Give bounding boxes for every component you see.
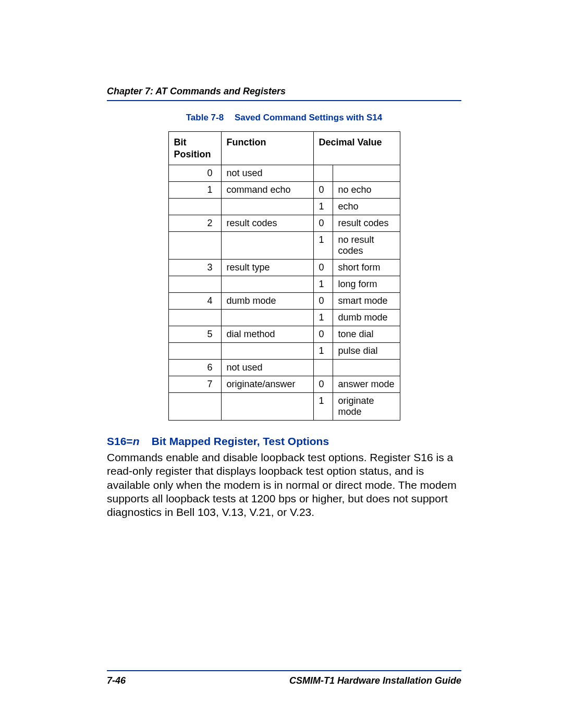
document-title: CSMIM-T1 Hardware Installation Guide	[289, 675, 461, 686]
cell-bit: 5	[168, 326, 221, 343]
cell-dec: 0	[313, 293, 333, 310]
cell-bit: 1	[168, 182, 221, 199]
cell-dec: 0	[313, 182, 333, 199]
cell-func	[221, 343, 313, 360]
cell-dec: 0	[313, 215, 333, 232]
cell-desc: tone dial	[333, 326, 400, 343]
table-row: 4 dumb mode 0 smart mode	[168, 293, 400, 310]
table-row: 1 command echo 0 no echo	[168, 182, 400, 199]
table-row: 3 result type 0 short form	[168, 260, 400, 276]
cell-bit: 3	[168, 260, 221, 276]
page: Chapter 7: AT Commands and Registers Tab…	[0, 0, 563, 728]
section-title-variable: n	[133, 435, 140, 447]
cell-desc: smart mode	[333, 293, 400, 310]
cell-desc: no echo	[333, 182, 400, 199]
cell-func	[221, 232, 313, 260]
page-number: 7-46	[107, 675, 126, 686]
cell-func: dial method	[221, 326, 313, 343]
cell-func: result codes	[221, 215, 313, 232]
col-header-decimal: Decimal Value	[313, 132, 400, 165]
table-row: 1 long form	[168, 276, 400, 293]
col-header-bit: Bit Position	[168, 132, 221, 165]
cell-desc: result codes	[333, 215, 400, 232]
cell-bit: 4	[168, 293, 221, 310]
cell-bit: 6	[168, 360, 221, 376]
cell-bit	[168, 310, 221, 326]
cell-bit	[168, 232, 221, 260]
section-title: S16=n Bit Mapped Register, Test Options	[107, 435, 461, 448]
cell-bit	[168, 393, 221, 421]
col-header-function: Function	[221, 132, 313, 165]
cell-bit: 7	[168, 376, 221, 393]
settings-table: Bit Position Function Decimal Value 0 no…	[168, 131, 400, 421]
table-row: 1 dumb mode	[168, 310, 400, 326]
cell-dec	[313, 360, 333, 376]
table-row: 0 not used	[168, 165, 400, 182]
section-title-prefix: S16=	[107, 435, 133, 447]
cell-desc	[333, 165, 400, 182]
cell-func: not used	[221, 165, 313, 182]
cell-dec: 0	[313, 376, 333, 393]
cell-desc: long form	[333, 276, 400, 293]
cell-func: not used	[221, 360, 313, 376]
cell-dec: 1	[313, 199, 333, 215]
table-row: 1 echo	[168, 199, 400, 215]
cell-desc	[333, 360, 400, 376]
table-caption-title: Saved Command Settings with S14	[235, 113, 382, 122]
cell-func	[221, 276, 313, 293]
cell-dec: 0	[313, 260, 333, 276]
cell-bit	[168, 276, 221, 293]
running-head: Chapter 7: AT Commands and Registers	[107, 86, 461, 101]
cell-desc: echo	[333, 199, 400, 215]
cell-func	[221, 310, 313, 326]
table-row: 1 originate mode	[168, 393, 400, 421]
table-row: 7 originate/answer 0 answer mode	[168, 376, 400, 393]
cell-desc: dumb mode	[333, 310, 400, 326]
table-row: 1 pulse dial	[168, 343, 400, 360]
table-row: 6 not used	[168, 360, 400, 376]
table-header-row: Bit Position Function Decimal Value	[168, 132, 400, 165]
cell-dec: 1	[313, 310, 333, 326]
cell-dec	[313, 165, 333, 182]
cell-func: command echo	[221, 182, 313, 199]
page-footer: 7-46 CSMIM-T1 Hardware Installation Guid…	[107, 670, 461, 686]
cell-desc: originate mode	[333, 393, 400, 421]
cell-desc: no result codes	[333, 232, 400, 260]
table-row: 2 result codes 0 result codes	[168, 215, 400, 232]
table-caption-label: Table 7-8	[186, 113, 224, 122]
cell-desc: answer mode	[333, 376, 400, 393]
cell-func	[221, 199, 313, 215]
cell-func: result type	[221, 260, 313, 276]
cell-bit: 2	[168, 215, 221, 232]
cell-dec: 0	[313, 326, 333, 343]
table-row: 5 dial method 0 tone dial	[168, 326, 400, 343]
cell-dec: 1	[313, 393, 333, 421]
cell-desc: short form	[333, 260, 400, 276]
cell-dec: 1	[313, 343, 333, 360]
table-row: 1 no result codes	[168, 232, 400, 260]
cell-func	[221, 393, 313, 421]
cell-func: dumb mode	[221, 293, 313, 310]
table-caption: Table 7-8 Saved Command Settings with S1…	[107, 113, 461, 123]
cell-bit	[168, 199, 221, 215]
cell-func: originate/answer	[221, 376, 313, 393]
cell-bit: 0	[168, 165, 221, 182]
cell-desc: pulse dial	[333, 343, 400, 360]
section-title-rest: Bit Mapped Register, Test Options	[152, 435, 329, 447]
section-body: Commands enable and disable loopback tes…	[107, 451, 461, 519]
cell-dec: 1	[313, 276, 333, 293]
cell-bit	[168, 343, 221, 360]
cell-dec: 1	[313, 232, 333, 260]
